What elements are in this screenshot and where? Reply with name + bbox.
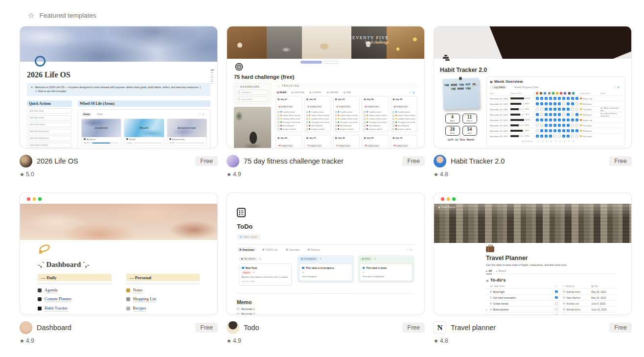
rating: ★ 4.9 bbox=[227, 171, 425, 178]
countdown-caption: Left in This Month bbox=[440, 138, 482, 142]
view-tab: ●All bbox=[486, 269, 492, 274]
habit-icon bbox=[367, 121, 368, 123]
habit-checkbox: ✓ bbox=[562, 97, 565, 100]
rating-value: 4.8 bbox=[440, 337, 448, 344]
checkbox bbox=[364, 128, 366, 130]
area-cover: Health bbox=[124, 119, 163, 137]
template-name[interactable]: 2026 Life OS bbox=[37, 157, 191, 165]
template-name[interactable]: Habit Tracker 2.0 bbox=[451, 157, 605, 165]
todo-row: ▸ ▤Book activities ✓ Sohrab Amin June 21… bbox=[486, 307, 617, 312]
rating-value: 4.9 bbox=[233, 337, 241, 344]
urgent-tag: Urgent bbox=[242, 271, 251, 274]
habit-checklist-item: progress photo bbox=[364, 128, 387, 130]
status-icon bbox=[580, 124, 582, 126]
checkbox bbox=[277, 118, 279, 120]
table-header: Date Progress Bar Daily Status Notes bbox=[490, 91, 622, 95]
task-name: Get hotel reservation bbox=[493, 296, 516, 299]
quick-action-button: Add today's habits! bbox=[27, 143, 72, 148]
checkbox bbox=[335, 121, 337, 123]
checkbox bbox=[306, 125, 308, 127]
status-tag: ready to start bbox=[277, 144, 294, 147]
page-icon: ▤ bbox=[490, 302, 492, 305]
view-icon: ▦ bbox=[308, 248, 310, 251]
page-title: 2026 Life OS bbox=[27, 71, 210, 79]
person-icon: ≡ bbox=[563, 285, 564, 287]
dashboard-link: Budget Tracker bbox=[126, 314, 200, 315]
status-pill: Not started bbox=[239, 257, 257, 261]
template-preview[interactable]: ToDo ADD TASK ▦Overview▦TODO List▦Calend… bbox=[227, 192, 425, 315]
template-preview[interactable]: -,` Dashboard ´,- — Daily bbox=[20, 192, 218, 315]
view-tab: ●Board bbox=[496, 269, 506, 274]
close-window-icon bbox=[441, 197, 444, 201]
template-card-dashboard[interactable]: -,` Dashboard ´,- — Daily bbox=[20, 192, 218, 344]
habit-icon bbox=[309, 118, 310, 119]
template-card-2026-life-os[interactable]: 2026 Life OS ✦ Welcome to 2026 Life OS —… bbox=[20, 26, 218, 178]
habit-checkbox: ✓ bbox=[571, 113, 574, 116]
item-icon bbox=[126, 307, 130, 310]
page-icon bbox=[443, 54, 450, 61]
view-tab: ▦TODO List bbox=[260, 247, 280, 252]
status-tag: ready to start bbox=[392, 105, 409, 108]
filter-icon: ▽ bbox=[614, 86, 616, 89]
progress-bar bbox=[510, 119, 524, 121]
template-card-75-hard[interactable]: SEVENTY FIVE hard challenge 75 hard chal… bbox=[227, 26, 425, 178]
habit-checklist-item: indoor 45min workout bbox=[364, 114, 387, 117]
template-card-todo[interactable]: ToDo ADD TASK ▦Overview▦TODO List▦Calend… bbox=[227, 192, 425, 344]
item-label: Habit Tracker bbox=[45, 306, 68, 311]
date-cell: November 23, 2025 bbox=[490, 119, 510, 121]
status-tag: ready to start bbox=[335, 105, 351, 108]
habit-checkbox: ✓ bbox=[553, 97, 556, 100]
pin-icon: ✦ bbox=[31, 85, 33, 94]
column-header: — Personal bbox=[126, 274, 200, 281]
progress-bar bbox=[510, 97, 524, 99]
sticky-note: THE MORE YOU PUT IN, THE MORE YOU bbox=[442, 78, 480, 110]
checkbox bbox=[364, 111, 366, 113]
habit-checklist-item: diet followed bbox=[364, 124, 387, 127]
page-title: ToDo bbox=[237, 223, 414, 230]
view-tabs: ◔Log Habits◔Weekly Progress Chart ▽ ⇅ ◌ bbox=[490, 85, 622, 89]
habit-icon bbox=[280, 115, 282, 116]
date-cell: November 25, 2025 bbox=[490, 130, 510, 132]
checkbox bbox=[364, 125, 366, 127]
habit-checkbox: ✓ bbox=[545, 108, 548, 111]
habit-checkbox: ✓ bbox=[562, 129, 565, 132]
task-date: June 20, 2026 bbox=[242, 280, 289, 283]
habit-row: November 25, 2025 90% ✓✓✓✓✓✓✓✓✓✓ Well do… bbox=[490, 128, 622, 133]
cover-image bbox=[434, 26, 631, 59]
habit-checklist-item: 10 pages non fiction bbox=[306, 121, 329, 123]
habit-checkbox: ✓ bbox=[545, 97, 548, 100]
habit-checkbox: ✓ bbox=[571, 97, 574, 100]
habit-checkbox: ✓ bbox=[575, 129, 578, 132]
template-name[interactable]: 75 day fitness challenge tracker bbox=[244, 157, 398, 165]
area-icon bbox=[169, 138, 171, 140]
habit-checkbox: ✓ bbox=[575, 119, 578, 121]
quick-action-button: Add New Resource bbox=[27, 129, 72, 134]
template-preview[interactable]: SEVENTY FIVE hard challenge 75 hard chal… bbox=[227, 26, 425, 148]
template-preview[interactable]: 2026 Life OS ✦ Welcome to 2026 Life OS —… bbox=[20, 26, 218, 148]
assignee-name: Sohrab Amin bbox=[567, 290, 581, 293]
item-icon bbox=[126, 297, 130, 301]
template-name[interactable]: Todo bbox=[244, 324, 398, 332]
status-tag: ready to start bbox=[306, 105, 322, 108]
delete-icon: × bbox=[253, 271, 255, 274]
add-task-button: ADD TASK bbox=[237, 234, 260, 239]
template-preview[interactable]: Habit Tracker 2.0 THE MORE YOU PUT IN, T… bbox=[434, 26, 632, 148]
done-checkbox: ✓ bbox=[555, 302, 558, 305]
view-icons: ▽ ⇅ ◌ bbox=[406, 248, 414, 251]
progress-value: 60% bbox=[525, 135, 529, 137]
template-card-travel-planner[interactable]: ▣Travel Planner Travel Planner Use this … bbox=[434, 192, 632, 344]
habit-checkbox: ✓ bbox=[558, 102, 561, 105]
habit-table: Date Progress Bar Daily Status Notes bbox=[490, 91, 622, 143]
template-name[interactable]: Dashboard bbox=[37, 324, 191, 332]
average-value: 6 bbox=[549, 140, 553, 143]
template-name[interactable]: Travel planner bbox=[451, 324, 605, 332]
day-card: ▦day 09 ready to start 1 gallon water bbox=[362, 135, 389, 148]
view-tab: ▦data bbox=[342, 91, 352, 94]
template-preview[interactable]: ▣Travel Planner Travel Planner Use this … bbox=[434, 192, 632, 315]
checkbox-icon bbox=[240, 236, 242, 238]
template-card-habit-tracker[interactable]: Habit Tracker 2.0 THE MORE YOU PUT IN, T… bbox=[434, 26, 632, 178]
habit-checkbox: ✓ bbox=[553, 119, 556, 121]
habit-icon bbox=[540, 92, 542, 95]
delete-icon: × bbox=[363, 271, 365, 274]
status-label: Try harder bbox=[583, 108, 592, 111]
